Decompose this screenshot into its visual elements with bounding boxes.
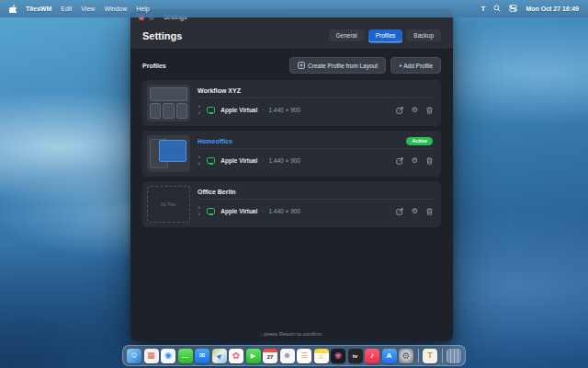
chevron-up-icon[interactable]: ∧	[198, 105, 200, 109]
app-store-icon[interactable]: A	[382, 349, 397, 363]
separator-dot: ·	[262, 107, 264, 113]
desktop: TilesWM Edit View Window Help T Mon Oct …	[0, 0, 588, 368]
display-name: Apple Virtual	[220, 107, 257, 113]
tab-bar: General Profiles Backup	[329, 29, 442, 41]
section-title: Profiles	[142, 63, 166, 69]
edit-profile-icon[interactable]	[396, 157, 403, 165]
menu-window[interactable]: Window	[104, 6, 127, 12]
profile-name: Workflow XYZ	[198, 87, 241, 94]
profiles-pane: Profiles Create Profile from Layout + Ad…	[130, 50, 453, 341]
photos-icon[interactable]: ✿	[229, 349, 243, 363]
display-name: Apple Virtual	[220, 208, 257, 214]
tileswm-icon[interactable]: T	[423, 349, 437, 363]
reminders-icon[interactable]: ☰	[297, 349, 311, 363]
apple-tv-icon[interactable]: tv	[348, 349, 363, 363]
active-badge: Active	[406, 137, 433, 145]
control-center-icon[interactable]	[509, 5, 517, 13]
music-icon[interactable]: ♪	[365, 349, 379, 363]
menu-edit[interactable]: Edit	[61, 6, 72, 12]
display-icon	[207, 107, 215, 113]
add-profile-button[interactable]: + Add Profile	[390, 57, 441, 74]
dock: ☺▦◉…✉▶✿▶27☻☰≡◉tv♪A⚙T	[122, 345, 466, 366]
profile-card: Workflow XYZ ∧ ∨ Apple Virtual · 1.440 ×…	[142, 80, 441, 126]
profile-name: Homeoffice	[198, 138, 232, 144]
add-profile-label: + Add Profile	[399, 63, 433, 69]
contacts-icon[interactable]: ☻	[280, 349, 295, 363]
profile-thumbnail[interactable]	[147, 135, 190, 172]
apple-menu-icon[interactable]	[9, 5, 17, 13]
calendar-icon[interactable]: 27	[263, 349, 277, 363]
launchpad-icon[interactable]: ▦	[144, 349, 159, 363]
display-resolution: 1.440 × 900	[268, 107, 300, 113]
tab-profiles[interactable]: Profiles	[368, 29, 403, 41]
profile-thumbnail[interactable]	[147, 85, 190, 121]
gear-icon[interactable]: ⚙	[412, 208, 418, 215]
display-resolution: 1.440 × 900	[268, 157, 300, 164]
chevron-down-icon[interactable]: ∨	[198, 213, 200, 217]
menu-view[interactable]: View	[81, 6, 95, 12]
menubar-app-name[interactable]: TilesWM	[26, 6, 51, 12]
chevron-up-icon[interactable]: ∧	[198, 206, 200, 211]
mail-icon[interactable]: ✉	[195, 349, 209, 363]
facetime-icon[interactable]: ▶	[246, 349, 261, 363]
page-title: Settings	[142, 30, 182, 41]
spotlight-icon[interactable]	[493, 5, 501, 13]
system-settings-icon[interactable]: ⚙	[399, 349, 413, 363]
profile-card: Homeoffice Active ∧ ∨ Apple Virtual · 1.…	[142, 131, 441, 177]
separator-dot: ·	[262, 208, 264, 214]
profile-thumbnail[interactable]: No Tiles	[147, 186, 190, 223]
delete-profile-icon[interactable]	[426, 157, 433, 165]
chevron-down-icon[interactable]: ∨	[198, 111, 200, 116]
footer-hint: - press Return to confirm.	[130, 331, 453, 337]
finder-icon[interactable]: ☺	[127, 349, 141, 363]
dock-separator	[442, 349, 443, 362]
display-icon	[207, 157, 215, 164]
menu-help[interactable]: Help	[136, 6, 149, 12]
tab-general[interactable]: General	[329, 29, 365, 41]
chevron-down-icon[interactable]: ∨	[198, 162, 200, 167]
settings-window: Settings Settings General Profiles Backu…	[130, 9, 453, 341]
create-profile-from-layout-button[interactable]: Create Profile from Layout	[289, 57, 386, 74]
menubar-clock[interactable]: Mon Oct 27 16:49	[526, 6, 579, 12]
gear-icon[interactable]: ⚙	[412, 157, 418, 165]
display-resolution: 1.440 × 900	[268, 208, 300, 214]
empty-thumbnail-label: No Tiles	[161, 202, 175, 207]
chevron-up-icon[interactable]: ∧	[198, 155, 200, 160]
separator-dot: ·	[262, 157, 264, 164]
maps-icon[interactable]: ▶	[212, 349, 227, 363]
siri-icon[interactable]: ◉	[331, 349, 345, 363]
menu-bar: TilesWM Edit View Window Help T Mon Oct …	[0, 0, 588, 17]
messages-icon[interactable]: …	[178, 349, 193, 363]
create-profile-from-layout-label: Create Profile from Layout	[308, 63, 378, 69]
delete-profile-icon[interactable]	[426, 208, 433, 215]
display-icon	[207, 208, 215, 214]
trash-icon[interactable]	[447, 349, 461, 363]
safari-icon[interactable]: ◉	[161, 349, 175, 363]
notes-icon[interactable]: ≡	[314, 349, 329, 363]
window-header: Settings General Profiles Backup	[130, 25, 453, 50]
tab-backup[interactable]: Backup	[406, 29, 441, 41]
edit-profile-icon[interactable]	[396, 208, 403, 215]
tileswm-menubar-icon[interactable]: T	[481, 5, 486, 13]
profile-card: No Tiles Office Berlin ∧ ∨ Apple Virtual	[142, 181, 441, 227]
display-name: Apple Virtual	[220, 157, 257, 164]
profile-name: Office Berlin	[198, 189, 236, 195]
dock-separator	[418, 349, 419, 362]
create-from-layout-icon	[298, 62, 305, 70]
delete-profile-icon[interactable]	[426, 107, 433, 114]
gear-icon[interactable]: ⚙	[412, 107, 418, 114]
edit-profile-icon[interactable]	[396, 107, 403, 114]
